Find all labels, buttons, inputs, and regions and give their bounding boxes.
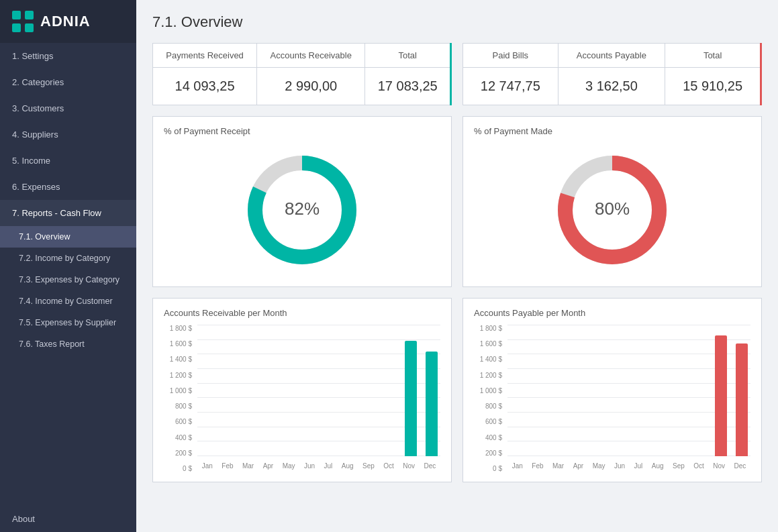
bar-group (262, 325, 274, 456)
bar-group (385, 325, 397, 456)
bar-left-panel: Accounts Receivable per Month 0 $200 $40… (152, 298, 452, 482)
bar-left-x-labels: JanFebMarAprMayJunJulAugSepOctNovDec (197, 462, 440, 470)
x-label: May (593, 462, 605, 470)
bar-right-x-labels: JanFebMarAprMayJunJulAugSepOctNovDec (507, 462, 750, 470)
bar-group (654, 325, 666, 456)
donut-right-svg: 80% (552, 150, 673, 270)
bar-group (426, 325, 438, 456)
y-label: 400 $ (474, 434, 502, 441)
x-label: Mar (242, 462, 254, 470)
y-label: 1 200 $ (474, 372, 502, 379)
y-label: 400 $ (164, 434, 192, 441)
sidebar-subitem-income-customer[interactable]: 7.4. Income by Customer (0, 290, 136, 312)
donut-right-panel: % of Payment Made 80% (463, 116, 762, 287)
y-label: 800 $ (164, 403, 192, 410)
right-value-3: 15 910,25 (665, 68, 761, 105)
donut-right-label: 80% (595, 199, 630, 219)
logo-text: ADNIA (40, 13, 91, 30)
x-label: Nov (403, 462, 415, 470)
sidebar-item-income[interactable]: 5. Income (0, 148, 136, 174)
y-label: 0 $ (474, 465, 502, 472)
y-label: 1 400 $ (164, 356, 192, 363)
x-label: Feb (532, 462, 543, 470)
sidebar-subitem-expenses-supplier[interactable]: 7.5. Expenses by Supplier (0, 312, 136, 333)
left-header-3: Total (365, 44, 451, 68)
bar (426, 352, 438, 456)
left-value-3: 17 083,25 (365, 68, 451, 105)
right-header-1: Paid Bills (463, 44, 558, 68)
bar-group (221, 325, 233, 456)
bar-group (572, 325, 584, 456)
right-value-2: 3 162,50 (558, 68, 665, 105)
sidebar-item-categories[interactable]: 2. Categories (0, 69, 136, 95)
bar-right-y-labels: 0 $200 $400 $600 $800 $1 000 $1 200 $1 4… (474, 325, 505, 472)
sidebar-item-suppliers[interactable]: 4. Suppliers (0, 121, 136, 148)
bar-group (200, 325, 212, 456)
x-label: Aug (652, 462, 664, 470)
y-label: 200 $ (474, 449, 502, 457)
bar (736, 343, 748, 456)
svg-rect-1 (25, 11, 34, 19)
bar-group (674, 325, 686, 456)
bar-group (323, 325, 335, 456)
x-label: Jul (324, 462, 333, 470)
page-title: 7.1. Overview (152, 13, 762, 31)
bar-group (405, 325, 417, 456)
bar-charts-row: Accounts Receivable per Month 0 $200 $40… (152, 298, 762, 482)
sidebar-subitem-taxes-report[interactable]: 7.6. Taxes Report (0, 333, 136, 355)
y-label: 1 600 $ (474, 340, 502, 348)
x-label: Oct (383, 462, 394, 470)
left-summary-table: Payments Received Accounts Receivable To… (152, 43, 452, 105)
right-header-3: Total (665, 44, 761, 68)
logo-icon (11, 9, 35, 34)
x-label: Jun (614, 462, 625, 470)
bar-left-title: Accounts Receivable per Month (164, 308, 440, 318)
bar-group (510, 325, 522, 456)
bar-group (633, 325, 645, 456)
sidebar-subitem-expenses-category[interactable]: 7.3. Expenses by Category (0, 269, 136, 290)
sidebar-subitem-overview[interactable]: 7.1. Overview (0, 226, 136, 248)
donut-left-label: 82% (285, 199, 320, 219)
left-header-1: Payments Received (153, 44, 257, 68)
y-label: 1 400 $ (474, 356, 502, 363)
sidebar-item-settings[interactable]: 1. Settings (0, 43, 136, 69)
sidebar: ADNIA 1. Settings 2. Categories 3. Custo… (0, 0, 136, 532)
bar-group (344, 325, 356, 456)
x-label: Sep (673, 462, 685, 470)
x-label: Jun (304, 462, 315, 470)
sidebar-item-expenses[interactable]: 6. Expenses (0, 174, 136, 200)
summary-tables-row: Payments Received Accounts Receivable To… (152, 43, 762, 105)
logo-area: ADNIA (0, 0, 136, 43)
x-label: Oct (693, 462, 704, 470)
y-label: 1 600 $ (164, 340, 192, 348)
right-header-2: Accounts Payable (558, 44, 665, 68)
sidebar-subitem-income-category[interactable]: 7.2. Income by Category (0, 248, 136, 269)
donut-charts-row: % of Payment Receipt 82% % of Payment Ma… (152, 116, 762, 287)
left-value-2: 2 990,00 (257, 68, 365, 105)
bar-right-bars (507, 325, 750, 456)
sidebar-item-reports-cashflow[interactable]: 7. Reports - Cash Flow (0, 200, 136, 226)
x-label: Dec (424, 462, 436, 470)
donut-left-svg: 82% (242, 150, 362, 270)
x-label: Jul (634, 462, 643, 470)
bar-right-panel: Accounts Payable per Month 0 $200 $400 $… (463, 298, 762, 482)
x-label: Feb (222, 462, 233, 470)
bar-group (282, 325, 294, 456)
donut-left-panel: % of Payment Receipt 82% (152, 116, 452, 287)
donut-right-container: 80% (474, 143, 750, 277)
sidebar-item-about[interactable]: About (0, 506, 136, 532)
bar-group (551, 325, 563, 456)
bar-group (695, 325, 707, 456)
bar-group (241, 325, 253, 456)
y-label: 200 $ (164, 449, 192, 457)
svg-rect-0 (12, 11, 21, 19)
x-label: Mar (552, 462, 564, 470)
y-label: 1 800 $ (474, 325, 502, 332)
right-summary-table: Paid Bills Accounts Payable Total 12 747… (463, 43, 762, 105)
bar-group (736, 325, 748, 456)
bar-group (613, 325, 625, 456)
bar-group (364, 325, 376, 456)
bar-group (592, 325, 604, 456)
sidebar-item-customers[interactable]: 3. Customers (0, 95, 136, 121)
x-label: Aug (342, 462, 354, 470)
